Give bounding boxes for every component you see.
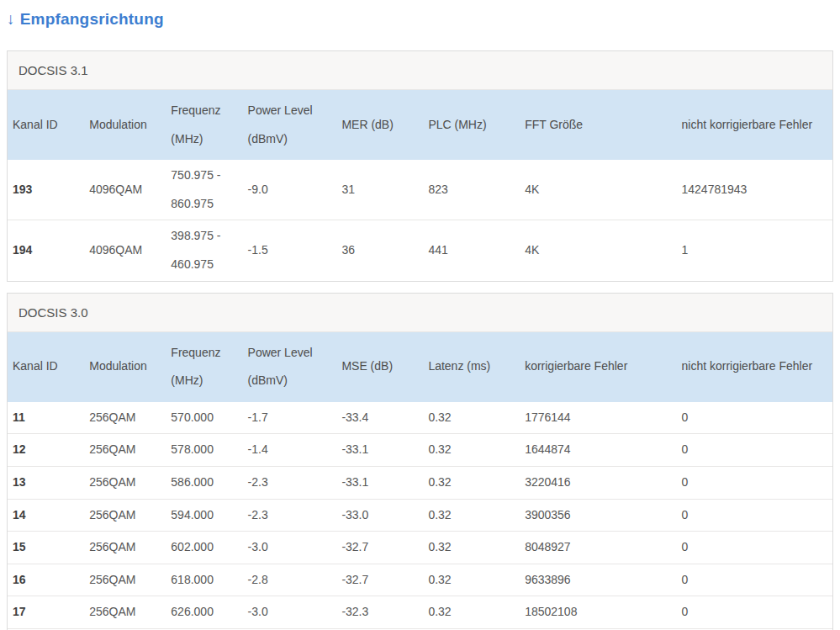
table-row: 1934096QAM750.975 - 860.975-9.0318234K14… <box>8 160 832 220</box>
cell-power-level: -3.0 <box>243 532 337 564</box>
cell-uncorrectable: 0 <box>677 564 832 596</box>
table-row: 1944096QAM398.975 - 460.975-1.5364414K1 <box>8 220 832 281</box>
cell-correctable: 9633896 <box>520 564 676 596</box>
page-title: ↓Empfangsrichtung <box>7 10 833 29</box>
cell-kanal-id: 15 <box>8 532 84 564</box>
column-header-kanal-id: Kanal ID <box>8 90 84 160</box>
page-title-label: Empfangsrichtung <box>20 10 164 28</box>
docsis31-table: Kanal IDModulationFrequenz (MHz)Power Le… <box>8 90 832 281</box>
table-row: 16256QAM618.000-2.8-32.70.3296338960 <box>8 564 832 596</box>
column-header-mer: MER (dB) <box>336 90 423 160</box>
column-header-uncorrectable: nicht korrigierbare Fehler <box>677 90 832 160</box>
cell-uncorrectable: 0 <box>677 596 832 629</box>
column-header-plc: PLC (MHz) <box>423 90 520 160</box>
cell-mse: -32.7 <box>336 564 423 596</box>
cell-latenz: 0.32 <box>423 434 520 467</box>
cell-correctable: 3220416 <box>520 466 676 499</box>
cell-modulation: 4096QAM <box>84 160 166 220</box>
docsis30-table: Kanal IDModulationFrequenz (MHz)Power Le… <box>8 332 832 630</box>
cell-modulation: 256QAM <box>84 402 166 434</box>
column-header-power-level: Power Level (dBmV) <box>243 332 337 402</box>
cell-frequenz: 750.975 - 860.975 <box>166 160 242 220</box>
column-header-modulation: Modulation <box>84 332 166 402</box>
cell-mse: -33.0 <box>336 499 423 532</box>
column-header-frequenz: Frequenz (MHz) <box>166 332 242 402</box>
table-row: 15256QAM602.000-3.0-32.70.3280489270 <box>8 532 832 564</box>
cell-fft-groesse: 4K <box>520 160 676 220</box>
column-header-frequenz: Frequenz (MHz) <box>166 90 242 160</box>
cell-frequenz: 602.000 <box>166 532 242 564</box>
cell-modulation: 256QAM <box>84 564 166 596</box>
cell-mer: 36 <box>336 220 423 281</box>
table-row: 14256QAM594.000-2.3-33.00.3239003560 <box>8 499 832 532</box>
column-header-power-level: Power Level (dBmV) <box>243 90 337 160</box>
column-header-latenz: Latenz (ms) <box>423 332 520 402</box>
cell-power-level: -1.5 <box>243 220 337 281</box>
cell-power-level: -2.3 <box>243 499 337 532</box>
cell-frequenz: 570.000 <box>166 402 242 434</box>
cell-uncorrectable: 0 <box>677 532 832 564</box>
cell-uncorrectable: 0 <box>677 466 832 499</box>
down-arrow-icon: ↓ <box>7 10 15 28</box>
cell-modulation: 256QAM <box>84 434 166 467</box>
docsis31-caption: DOCSIS 3.1 <box>8 51 832 90</box>
docsis30-panel: DOCSIS 3.0 Kanal IDModulationFrequenz (M… <box>7 293 833 630</box>
cell-uncorrectable: 0 <box>677 434 832 467</box>
cell-latenz: 0.32 <box>423 596 520 629</box>
cell-plc: 823 <box>423 160 520 220</box>
cell-kanal-id: 14 <box>8 499 84 532</box>
cell-power-level: -2.3 <box>243 466 337 499</box>
column-header-mse: MSE (dB) <box>336 332 423 402</box>
cell-mse: -32.3 <box>336 596 423 629</box>
cell-correctable: 8048927 <box>520 532 676 564</box>
column-header-kanal-id: Kanal ID <box>8 332 84 402</box>
table-row: 12256QAM578.000-1.4-33.10.3216448740 <box>8 434 832 467</box>
cell-modulation: 256QAM <box>84 499 166 532</box>
docsis30-header-row: Kanal IDModulationFrequenz (MHz)Power Le… <box>8 332 832 402</box>
cell-kanal-id: 11 <box>8 402 84 434</box>
cell-modulation: 256QAM <box>84 596 166 629</box>
column-header-uncorrectable: nicht korrigierbare Fehler <box>677 332 832 402</box>
docsis31-header-row: Kanal IDModulationFrequenz (MHz)Power Le… <box>8 90 832 160</box>
cell-kanal-id: 193 <box>8 160 84 220</box>
column-header-modulation: Modulation <box>84 90 166 160</box>
cell-mse: -33.1 <box>336 434 423 467</box>
cell-correctable: 1644874 <box>520 434 676 467</box>
cell-correctable: 3900356 <box>520 499 676 532</box>
cell-modulation: 256QAM <box>84 532 166 564</box>
cell-correctable: 1776144 <box>520 402 676 434</box>
cell-kanal-id: 16 <box>8 564 84 596</box>
cell-frequenz: 398.975 - 460.975 <box>166 220 242 281</box>
cell-mse: -33.4 <box>336 402 423 434</box>
cell-fft-groesse: 4K <box>520 220 676 281</box>
docsis30-caption: DOCSIS 3.0 <box>8 294 832 332</box>
cell-kanal-id: 194 <box>8 220 84 281</box>
cell-latenz: 0.32 <box>423 499 520 532</box>
table-row: 13256QAM586.000-2.3-33.10.3232204160 <box>8 466 832 499</box>
cell-latenz: 0.32 <box>423 466 520 499</box>
cell-mse: -32.7 <box>336 532 423 564</box>
table-row: 11256QAM570.000-1.7-33.40.3217761440 <box>8 402 832 434</box>
cell-correctable: 18502108 <box>520 596 676 629</box>
cell-power-level: -2.8 <box>243 564 337 596</box>
cell-latenz: 0.32 <box>423 402 520 434</box>
cell-kanal-id: 12 <box>8 434 84 467</box>
cell-frequenz: 618.000 <box>166 564 242 596</box>
cell-frequenz: 594.000 <box>166 499 242 532</box>
docsis31-panel: DOCSIS 3.1 Kanal IDModulationFrequenz (M… <box>7 50 833 282</box>
cell-kanal-id: 17 <box>8 596 84 629</box>
downstream-page: ↓Empfangsrichtung DOCSIS 3.1 Kanal IDMod… <box>0 10 840 630</box>
cell-uncorrectable: 1 <box>677 220 832 281</box>
cell-frequenz: 578.000 <box>166 434 242 467</box>
column-header-fft-groesse: FFT Größe <box>520 90 676 160</box>
cell-uncorrectable: 0 <box>677 499 832 532</box>
cell-frequenz: 586.000 <box>166 466 242 499</box>
table-row: 17256QAM626.000-3.0-32.30.32185021080 <box>8 596 832 629</box>
cell-latenz: 0.32 <box>423 564 520 596</box>
cell-kanal-id: 13 <box>8 466 84 499</box>
cell-mse: -33.1 <box>336 466 423 499</box>
cell-frequenz: 626.000 <box>166 596 242 629</box>
cell-mer: 31 <box>336 160 423 220</box>
cell-power-level: -3.0 <box>243 596 337 629</box>
cell-power-level: -9.0 <box>243 160 337 220</box>
